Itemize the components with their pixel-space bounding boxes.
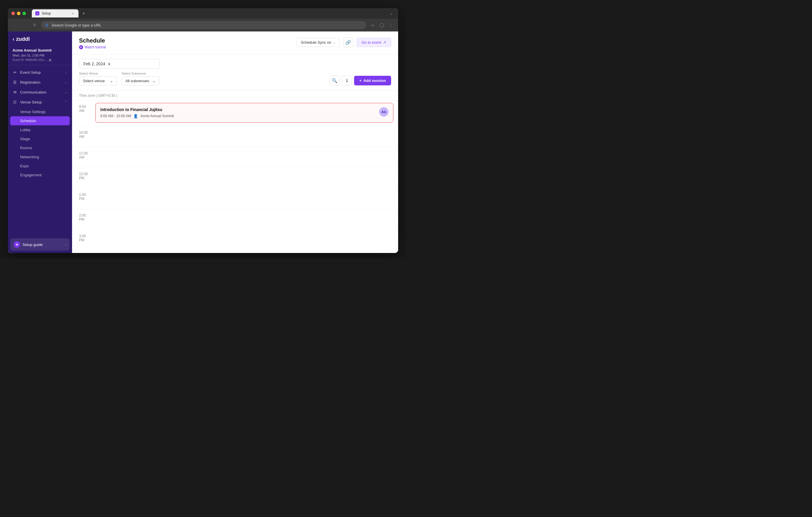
sidebar-sub-item-venue-settings[interactable]: Venue Settings <box>8 107 72 116</box>
copy-event-id-icon[interactable]: ▦ <box>49 58 51 61</box>
setup-guide-chevron: › <box>65 243 66 246</box>
time-slot-1pm: 1:00 PM <box>72 188 398 209</box>
time-slot-2pm: 2:00 PM <box>72 209 398 230</box>
more-options-icon[interactable]: ⋮ <box>388 22 395 29</box>
time-content-3pm <box>95 230 398 250</box>
controls-left: Feb 2, 2024 ∨ Select Venue Select venue … <box>79 59 160 85</box>
schedule-sync-button[interactable]: Schedule Sync on ⌄ <box>296 38 340 47</box>
page-title: Schedule <box>79 37 106 44</box>
profile-icon[interactable]: ◯ <box>378 22 385 29</box>
google-icon: G <box>45 23 49 27</box>
maximize-traffic-light[interactable] <box>23 12 26 15</box>
active-tab[interactable]: z Setup × <box>32 9 79 18</box>
sidebar-event-date: Wed, Jan 31, 2:00 PM <box>12 54 67 57</box>
sidebar-item-venue-setup[interactable]: ☷ Venue Setup ⌃ <box>8 97 72 107</box>
venue-selectors: Select Venue Select venue ⌄ Select Subve… <box>79 72 160 85</box>
sidebar-logo[interactable]: ‹ zuddl <box>8 31 72 46</box>
tab-favicon: z <box>35 11 39 16</box>
venue-select[interactable]: Select venue ⌄ <box>79 77 117 85</box>
session-card-financial-jujitsu[interactable]: Introduction to Financial Jujitsu 9:00 A… <box>95 103 394 123</box>
add-session-plus: + <box>359 79 362 83</box>
venue-selector-group: Select Venue Select venue ⌄ <box>79 72 117 85</box>
session-venue-icon: 👤 <box>133 114 138 118</box>
sidebar-item-registration-label: Registration <box>20 80 40 85</box>
time-content-12pm <box>95 168 398 188</box>
play-icon <box>79 45 83 49</box>
add-session-label: Add session <box>364 79 386 83</box>
new-tab-button[interactable]: + <box>80 9 88 18</box>
go-to-event-button[interactable]: Go to event ↗ <box>357 38 391 47</box>
schedule-timeline: 9:00 AM Introduction to Financial Jujits… <box>72 100 398 253</box>
subvenue-select[interactable]: All subvenues ⌄ <box>122 77 160 85</box>
sidebar-logo-text: zuddl <box>16 36 30 42</box>
time-content-1pm <box>95 188 398 209</box>
time-label-10am: 10:00 AM <box>72 126 95 142</box>
sidebar: ‹ zuddl Acme Annual Summit Wed, Jan 31, … <box>8 31 72 253</box>
screen-cast-icon[interactable]: ▭ <box>369 22 376 29</box>
browser-window: z Setup × + ⌄ ← → ↻ G Search Google or t… <box>8 8 398 253</box>
session-title: Introduction to Financial Jujitsu <box>100 107 174 112</box>
main-content: Schedule Watch tutorial Schedule Sync on… <box>72 31 398 253</box>
sidebar-sub-item-lobby[interactable]: Lobby <box>8 125 72 134</box>
sidebar-sub-item-engagement[interactable]: Engagement <box>8 171 72 180</box>
back-button[interactable]: ← <box>11 22 18 29</box>
download-icon: ⇓ <box>345 78 349 83</box>
watch-tutorial-link[interactable]: Watch tutorial <box>79 45 106 49</box>
sidebar-item-event-setup[interactable]: ✏ Event Setup ⌄ <box>8 68 72 78</box>
search-button[interactable]: 🔍 <box>329 75 340 85</box>
sidebar-sub-item-networking[interactable]: Networking <box>8 152 72 161</box>
sidebar-event-name: Acme Annual Summit <box>12 48 67 53</box>
tab-menu-button[interactable]: ⌄ <box>388 10 395 17</box>
sidebar-event-info: Acme Annual Summit Wed, Jan 31, 2:00 PM … <box>8 46 72 65</box>
setup-guide-button[interactable]: ★ Setup guide › <box>10 238 70 251</box>
time-slot-3pm: 3:00 PM <box>72 230 398 251</box>
forward-button[interactable]: → <box>21 22 28 29</box>
download-button[interactable]: ⇓ <box>342 75 352 85</box>
time-label-9am: 9:00 AM <box>72 100 95 116</box>
timezone-text: Time zone ( GMT+5:30 ) <box>79 94 117 98</box>
schedule-sync-label: Schedule Sync on <box>301 40 331 44</box>
close-traffic-light[interactable] <box>11 12 15 15</box>
sidebar-sub-item-expo[interactable]: Expo <box>8 161 72 171</box>
time-slot-9am: 9:00 AM Introduction to Financial Jujits… <box>72 100 398 126</box>
sidebar-item-communication[interactable]: ✉ Communication ⌄ <box>8 87 72 97</box>
time-label-3pm: 3:00 PM <box>72 230 95 246</box>
header-right: Schedule Sync on ⌄ 🔗 Go to event ↗ <box>296 37 391 47</box>
communication-chevron: ⌄ <box>65 90 67 94</box>
setup-guide-star-icon: ★ <box>14 241 20 248</box>
venue-label: Select Venue <box>79 72 117 75</box>
watch-tutorial-label: Watch tutorial <box>85 45 106 49</box>
sidebar-sub-item-rooms[interactable]: Rooms <box>8 143 72 152</box>
sidebar-item-registration[interactable]: ☰ Registration ⌄ <box>8 78 72 87</box>
browser-titlebar: z Setup × + ⌄ <box>8 8 398 19</box>
venue-setup-sub-items: Venue Settings Schedule Lobby Stage Room… <box>8 107 72 180</box>
controls-right: 🔍 ⇓ + Add session <box>329 75 391 85</box>
sidebar-item-communication-label: Communication <box>20 90 47 94</box>
go-to-event-label: Go to event <box>362 40 381 44</box>
subvenue-select-chevron: ⌄ <box>152 79 156 83</box>
tab-bar: z Setup × + <box>32 9 385 18</box>
time-label-1pm: 1:00 PM <box>72 188 95 204</box>
external-link-icon: ↗ <box>383 40 386 44</box>
sidebar-sub-item-schedule[interactable]: Schedule <box>10 116 70 125</box>
tab-close-button[interactable]: × <box>71 11 75 16</box>
search-icon: 🔍 <box>331 78 338 83</box>
date-picker-button[interactable]: Feb 2, 2024 ∨ <box>79 59 160 69</box>
session-avatar: AG <box>379 107 388 117</box>
schedule-controls: Feb 2, 2024 ∨ Select Venue Select venue … <box>72 54 398 90</box>
copy-link-button[interactable]: 🔗 <box>343 37 353 47</box>
session-venue-name: Acme Annual Summit <box>140 114 174 118</box>
address-input[interactable]: G Search Google or type a URL <box>41 21 366 29</box>
venue-setup-chevron: ⌃ <box>65 100 67 104</box>
venue-select-value: Select venue <box>83 79 105 83</box>
subvenue-select-value: All subvenues <box>125 79 149 83</box>
sidebar-sub-item-stage[interactable]: Stage <box>8 134 72 143</box>
registration-chevron: ⌄ <box>65 81 67 84</box>
reload-button[interactable]: ↻ <box>31 22 38 29</box>
minimize-traffic-light[interactable] <box>17 12 21 15</box>
add-session-button[interactable]: + Add session <box>354 76 391 85</box>
time-label-12pm: 12:00 PM <box>72 168 95 184</box>
subvenue-selector-group: Select Subvenue All subvenues ⌄ <box>122 72 160 85</box>
time-slot-11am: 11:00 AM <box>72 147 398 168</box>
page-header: Schedule Watch tutorial Schedule Sync on… <box>72 31 398 54</box>
